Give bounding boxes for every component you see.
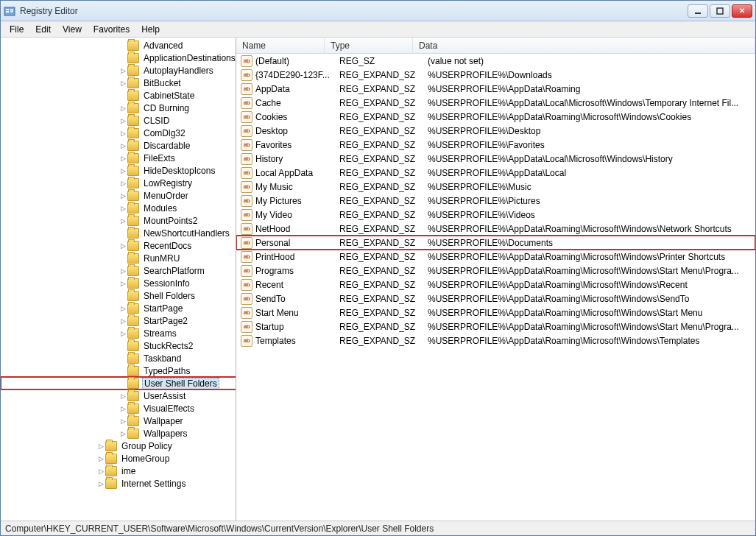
tree-node[interactable]: ▷Streams bbox=[1, 327, 236, 339]
tree-node[interactable]: ▷CD Burning bbox=[1, 102, 236, 114]
expand-arrow-icon[interactable]: ▷ bbox=[119, 305, 127, 312]
tree-pane[interactable]: AdvancedApplicationDestinations▷Autoplay… bbox=[1, 38, 236, 521]
tree-node[interactable]: User Shell Folders bbox=[1, 377, 236, 389]
expand-arrow-icon[interactable]: ▷ bbox=[119, 430, 127, 437]
tree-node[interactable]: ▷StartPage2 bbox=[1, 314, 236, 327]
expand-arrow-icon[interactable]: ▷ bbox=[96, 480, 105, 487]
expand-arrow-icon[interactable]: ▷ bbox=[119, 205, 127, 212]
status-path: Computer\HKEY_CURRENT_USER\Software\Micr… bbox=[5, 523, 434, 534]
expand-arrow-icon[interactable]: ▷ bbox=[96, 455, 105, 462]
tree-node[interactable]: ApplicationDestinations bbox=[1, 52, 236, 64]
tree-node[interactable]: ▷SearchPlatform bbox=[1, 264, 236, 277]
value-name: Cache bbox=[255, 98, 339, 108]
expand-arrow-icon[interactable]: ▷ bbox=[119, 180, 127, 187]
value-row[interactable]: abLocal AppDataREG_EXPAND_SZ%USERPROFILE… bbox=[236, 166, 755, 180]
expand-arrow-icon[interactable]: ▷ bbox=[119, 80, 127, 87]
tree-node[interactable]: ▷VisualEffects bbox=[1, 402, 236, 415]
expand-arrow-icon[interactable]: ▷ bbox=[119, 267, 127, 275]
tree-node[interactable]: ▷MountPoints2 bbox=[1, 214, 236, 227]
tree-node[interactable]: ▷Wallpapers bbox=[1, 427, 236, 440]
tree-node[interactable]: StuckRects2 bbox=[1, 339, 236, 352]
expand-arrow-icon[interactable]: ▷ bbox=[119, 330, 127, 337]
expand-arrow-icon[interactable]: ▷ bbox=[119, 242, 127, 250]
value-row[interactable]: abTemplatesREG_EXPAND_SZ%USERPROFILE%\Ap… bbox=[236, 334, 755, 348]
tree-node[interactable]: ▷LowRegistry bbox=[1, 177, 236, 189]
tree-node[interactable]: Shell Folders bbox=[1, 289, 236, 302]
expand-arrow-icon[interactable]: ▷ bbox=[119, 67, 127, 74]
tree-node[interactable]: ▷RecentDocs bbox=[1, 239, 236, 252]
column-data[interactable]: Data bbox=[413, 38, 755, 53]
tree-node[interactable]: TypedPaths bbox=[1, 364, 236, 377]
tree-node[interactable]: ▷AutoplayHandlers bbox=[1, 64, 236, 77]
value-row[interactable]: abFavoritesREG_EXPAND_SZ%USERPROFILE%\Fa… bbox=[236, 138, 755, 152]
expand-arrow-icon[interactable]: ▷ bbox=[119, 405, 127, 412]
value-row[interactable]: ab{374DE290-123F...REG_EXPAND_SZ%USERPRO… bbox=[236, 68, 755, 82]
tree-node[interactable]: ▷CLSID bbox=[1, 114, 236, 127]
tree-node[interactable]: ▷Discardable bbox=[1, 139, 236, 152]
value-row[interactable]: abSendToREG_EXPAND_SZ%USERPROFILE%\AppDa… bbox=[236, 292, 755, 306]
tree-node[interactable]: Taskband bbox=[1, 352, 236, 364]
menu-favorites[interactable]: Favorites bbox=[88, 23, 135, 36]
value-row[interactable]: abStart MenuREG_EXPAND_SZ%USERPROFILE%\A… bbox=[236, 306, 755, 320]
value-data: %USERPROFILE%\AppData\Roaming\Microsoft\… bbox=[428, 308, 755, 318]
expand-arrow-icon[interactable]: ▷ bbox=[119, 155, 127, 162]
expand-arrow-icon[interactable]: ▷ bbox=[119, 130, 127, 137]
tree-node[interactable]: ▷Internet Settings bbox=[1, 477, 236, 490]
value-row[interactable]: abCookiesREG_EXPAND_SZ%USERPROFILE%\AppD… bbox=[236, 110, 755, 124]
tree-node[interactable]: CabinetState bbox=[1, 89, 236, 102]
tree-node[interactable]: ▷SessionInfo bbox=[1, 277, 236, 289]
expand-arrow-icon[interactable]: ▷ bbox=[119, 280, 127, 287]
tree-node[interactable]: ▷FileExts bbox=[1, 152, 236, 164]
tree-node[interactable]: Advanced bbox=[1, 39, 236, 52]
value-type: REG_EXPAND_SZ bbox=[339, 84, 428, 94]
tree-node[interactable]: ▷HomeGroup bbox=[1, 452, 236, 465]
expand-arrow-icon[interactable]: ▷ bbox=[119, 117, 127, 124]
menu-view[interactable]: View bbox=[57, 23, 88, 36]
value-row[interactable]: abPersonalREG_EXPAND_SZ%USERPROFILE%\Doc… bbox=[236, 236, 755, 250]
column-type[interactable]: Type bbox=[325, 38, 413, 53]
expand-arrow-icon[interactable]: ▷ bbox=[119, 417, 127, 425]
expand-arrow-icon[interactable]: ▷ bbox=[119, 142, 127, 149]
tree-node[interactable]: ▷StartPage bbox=[1, 302, 236, 314]
tree-node[interactable]: ▷HideDesktopIcons bbox=[1, 164, 236, 177]
tree-node[interactable]: ▷BitBucket bbox=[1, 77, 236, 89]
value-row[interactable]: abAppDataREG_EXPAND_SZ%USERPROFILE%\AppD… bbox=[236, 82, 755, 96]
values-list[interactable]: ab(Default)REG_SZ(value not set)ab{374DE… bbox=[236, 54, 755, 521]
tree-node[interactable]: ▷Wallpaper bbox=[1, 415, 236, 427]
value-row[interactable]: abMy PicturesREG_EXPAND_SZ%USERPROFILE%\… bbox=[236, 194, 755, 208]
maximize-button[interactable] bbox=[710, 4, 730, 18]
menu-help[interactable]: Help bbox=[135, 23, 166, 36]
value-row[interactable]: abNetHoodREG_EXPAND_SZ%USERPROFILE%\AppD… bbox=[236, 222, 755, 236]
tree-node[interactable]: ▷Modules bbox=[1, 202, 236, 214]
expand-arrow-icon[interactable]: ▷ bbox=[119, 105, 127, 112]
close-button[interactable]: ✕ bbox=[732, 4, 752, 18]
tree-node[interactable]: NewShortcutHandlers bbox=[1, 227, 236, 239]
value-row[interactable]: abPrintHoodREG_EXPAND_SZ%USERPROFILE%\Ap… bbox=[236, 250, 755, 264]
column-name[interactable]: Name bbox=[236, 38, 325, 53]
tree-node[interactable]: ▷MenuOrder bbox=[1, 189, 236, 202]
value-row[interactable]: abHistoryREG_EXPAND_SZ%USERPROFILE%\AppD… bbox=[236, 152, 755, 166]
expand-arrow-icon[interactable]: ▷ bbox=[119, 192, 127, 200]
value-row[interactable]: abMy MusicREG_EXPAND_SZ%USERPROFILE%\Mus… bbox=[236, 180, 755, 194]
value-row[interactable]: abRecentREG_EXPAND_SZ%USERPROFILE%\AppDa… bbox=[236, 278, 755, 292]
expand-arrow-icon[interactable]: ▷ bbox=[119, 167, 127, 174]
value-row[interactable]: abProgramsREG_EXPAND_SZ%USERPROFILE%\App… bbox=[236, 264, 755, 278]
tree-node[interactable]: ▷UserAssist bbox=[1, 389, 236, 402]
menu-file[interactable]: File bbox=[4, 23, 29, 36]
tree-node[interactable]: RunMRU bbox=[1, 252, 236, 264]
expand-arrow-icon[interactable]: ▷ bbox=[96, 468, 105, 475]
value-row[interactable]: ab(Default)REG_SZ(value not set) bbox=[236, 54, 755, 68]
value-row[interactable]: abCacheREG_EXPAND_SZ%USERPROFILE%\AppDat… bbox=[236, 96, 755, 110]
expand-arrow-icon[interactable]: ▷ bbox=[119, 217, 127, 225]
minimize-button[interactable] bbox=[688, 4, 708, 18]
value-row[interactable]: abDesktopREG_EXPAND_SZ%USERPROFILE%\Desk… bbox=[236, 124, 755, 138]
expand-arrow-icon[interactable]: ▷ bbox=[119, 392, 127, 400]
tree-node[interactable]: ▷ComDlg32 bbox=[1, 127, 236, 139]
expand-arrow-icon[interactable]: ▷ bbox=[119, 317, 127, 325]
tree-node[interactable]: ▷ime bbox=[1, 465, 236, 477]
tree-node[interactable]: ▷Group Policy bbox=[1, 440, 236, 452]
expand-arrow-icon[interactable]: ▷ bbox=[96, 442, 105, 450]
value-row[interactable]: abMy VideoREG_EXPAND_SZ%USERPROFILE%\Vid… bbox=[236, 208, 755, 222]
menu-edit[interactable]: Edit bbox=[29, 23, 57, 36]
value-row[interactable]: abStartupREG_EXPAND_SZ%USERPROFILE%\AppD… bbox=[236, 320, 755, 334]
